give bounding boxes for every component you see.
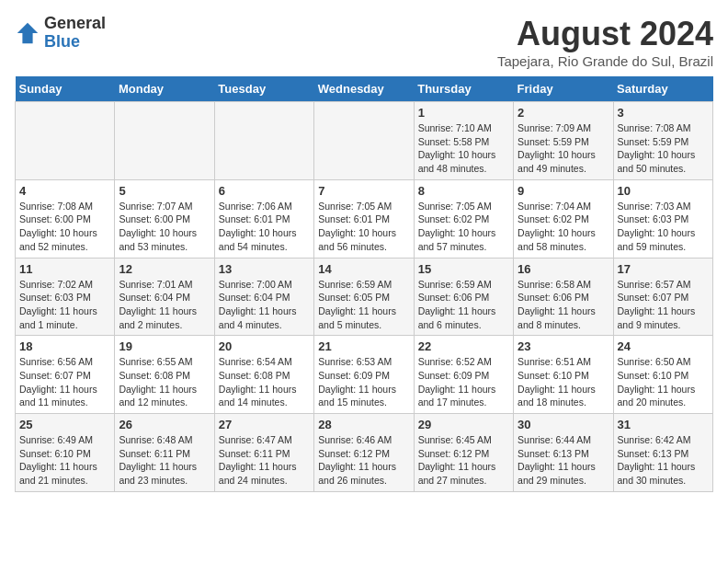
calendar-cell (214, 102, 313, 180)
day-number: 15 (418, 262, 509, 276)
day-info: Sunrise: 6:42 AM Sunset: 6:13 PM Dayligh… (618, 433, 709, 488)
day-info: Sunrise: 7:02 AM Sunset: 6:03 PM Dayligh… (19, 278, 110, 332)
day-number: 19 (119, 339, 210, 353)
calendar-cell: 30Sunrise: 6:44 AM Sunset: 6:13 PM Dayli… (514, 414, 613, 492)
day-info: Sunrise: 6:59 AM Sunset: 6:05 PM Dayligh… (318, 278, 409, 332)
day-info: Sunrise: 7:00 AM Sunset: 6:04 PM Dayligh… (219, 278, 310, 332)
day-info: Sunrise: 6:51 AM Sunset: 6:10 PM Dayligh… (518, 355, 609, 409)
day-info: Sunrise: 6:50 AM Sunset: 6:10 PM Dayligh… (618, 355, 709, 409)
calendar-cell: 28Sunrise: 6:46 AM Sunset: 6:12 PM Dayli… (314, 414, 414, 492)
day-number: 18 (19, 339, 110, 353)
calendar-cell (115, 102, 214, 180)
day-number: 23 (518, 339, 609, 353)
day-number: 7 (318, 184, 409, 198)
header-cell-wednesday: Wednesday (314, 76, 414, 102)
day-info: Sunrise: 6:58 AM Sunset: 6:06 PM Dayligh… (518, 278, 609, 332)
day-number: 5 (119, 184, 210, 198)
day-info: Sunrise: 7:07 AM Sunset: 6:00 PM Dayligh… (119, 200, 210, 254)
calendar-cell: 13Sunrise: 7:00 AM Sunset: 6:04 PM Dayli… (214, 258, 313, 336)
day-info: Sunrise: 6:47 AM Sunset: 6:11 PM Dayligh… (219, 433, 310, 488)
day-number: 4 (19, 184, 110, 198)
day-info: Sunrise: 7:09 AM Sunset: 5:59 PM Dayligh… (518, 121, 609, 176)
logo: General Blue (15, 15, 106, 52)
header-cell-monday: Monday (115, 76, 214, 102)
calendar-cell: 11Sunrise: 7:02 AM Sunset: 6:03 PM Dayli… (16, 258, 115, 336)
calendar-cell: 6Sunrise: 7:06 AM Sunset: 6:01 PM Daylig… (214, 179, 313, 258)
header-row: SundayMondayTuesdayWednesdayThursdayFrid… (16, 76, 713, 102)
day-info: Sunrise: 6:57 AM Sunset: 6:07 PM Dayligh… (618, 278, 709, 332)
calendar-cell: 17Sunrise: 6:57 AM Sunset: 6:07 PM Dayli… (613, 258, 712, 336)
day-number: 21 (318, 339, 409, 353)
header-cell-saturday: Saturday (613, 76, 712, 102)
logo-icon (15, 20, 40, 46)
calendar-cell: 25Sunrise: 6:49 AM Sunset: 6:10 PM Dayli… (16, 414, 115, 492)
calendar-cell: 23Sunrise: 6:51 AM Sunset: 6:10 PM Dayli… (514, 336, 613, 414)
day-number: 30 (518, 418, 609, 431)
svg-marker-0 (17, 23, 38, 43)
logo-general: General (44, 15, 106, 33)
calendar-cell: 8Sunrise: 7:05 AM Sunset: 6:02 PM Daylig… (414, 179, 513, 258)
week-row-5: 25Sunrise: 6:49 AM Sunset: 6:10 PM Dayli… (16, 414, 713, 492)
page-header: General Blue August 2024 Tapejara, Rio G… (15, 15, 713, 69)
day-number: 27 (219, 418, 310, 431)
calendar-cell: 5Sunrise: 7:07 AM Sunset: 6:00 PM Daylig… (115, 179, 214, 258)
day-number: 25 (19, 418, 110, 431)
day-info: Sunrise: 6:53 AM Sunset: 6:09 PM Dayligh… (318, 355, 409, 409)
day-number: 11 (19, 262, 110, 276)
logo-blue: Blue (44, 33, 106, 52)
calendar-cell: 29Sunrise: 6:45 AM Sunset: 6:12 PM Dayli… (414, 414, 513, 492)
location: Tapejara, Rio Grande do Sul, Brazil (497, 53, 713, 69)
day-info: Sunrise: 6:55 AM Sunset: 6:08 PM Dayligh… (119, 355, 210, 409)
calendar-cell: 26Sunrise: 6:48 AM Sunset: 6:11 PM Dayli… (115, 414, 214, 492)
day-number: 1 (418, 106, 509, 120)
calendar-cell: 9Sunrise: 7:04 AM Sunset: 6:02 PM Daylig… (514, 179, 613, 258)
day-info: Sunrise: 7:05 AM Sunset: 6:01 PM Dayligh… (318, 200, 409, 254)
day-info: Sunrise: 7:06 AM Sunset: 6:01 PM Dayligh… (219, 200, 310, 254)
calendar-cell: 7Sunrise: 7:05 AM Sunset: 6:01 PM Daylig… (314, 179, 414, 258)
day-info: Sunrise: 7:04 AM Sunset: 6:02 PM Dayligh… (518, 200, 609, 254)
calendar-cell: 16Sunrise: 6:58 AM Sunset: 6:06 PM Dayli… (514, 258, 613, 336)
day-info: Sunrise: 6:54 AM Sunset: 6:08 PM Dayligh… (219, 355, 310, 409)
day-number: 10 (618, 184, 709, 198)
week-row-3: 11Sunrise: 7:02 AM Sunset: 6:03 PM Dayli… (16, 258, 713, 336)
calendar-cell: 21Sunrise: 6:53 AM Sunset: 6:09 PM Dayli… (314, 336, 414, 414)
calendar-cell: 20Sunrise: 6:54 AM Sunset: 6:08 PM Dayli… (214, 336, 313, 414)
day-info: Sunrise: 6:52 AM Sunset: 6:09 PM Dayligh… (418, 355, 509, 409)
day-info: Sunrise: 7:10 AM Sunset: 5:58 PM Dayligh… (418, 121, 509, 176)
header-cell-tuesday: Tuesday (214, 76, 313, 102)
header-cell-friday: Friday (514, 76, 613, 102)
day-number: 2 (518, 106, 609, 120)
title-block: August 2024 Tapejara, Rio Grande do Sul,… (497, 15, 713, 69)
logo-text: General Blue (44, 15, 106, 52)
day-number: 28 (318, 418, 409, 431)
day-info: Sunrise: 7:05 AM Sunset: 6:02 PM Dayligh… (418, 200, 509, 254)
calendar-cell: 14Sunrise: 6:59 AM Sunset: 6:05 PM Dayli… (314, 258, 414, 336)
calendar-cell (16, 102, 115, 180)
calendar-cell: 3Sunrise: 7:08 AM Sunset: 5:59 PM Daylig… (613, 102, 712, 180)
calendar-cell: 22Sunrise: 6:52 AM Sunset: 6:09 PM Dayli… (414, 336, 513, 414)
calendar-cell: 10Sunrise: 7:03 AM Sunset: 6:03 PM Dayli… (613, 179, 712, 258)
day-info: Sunrise: 7:01 AM Sunset: 6:04 PM Dayligh… (119, 278, 210, 332)
day-info: Sunrise: 6:44 AM Sunset: 6:13 PM Dayligh… (518, 433, 609, 488)
calendar-cell: 27Sunrise: 6:47 AM Sunset: 6:11 PM Dayli… (214, 414, 313, 492)
day-info: Sunrise: 6:49 AM Sunset: 6:10 PM Dayligh… (19, 433, 110, 488)
day-number: 31 (618, 418, 709, 431)
day-number: 16 (518, 262, 609, 276)
day-number: 6 (219, 184, 310, 198)
calendar-cell: 18Sunrise: 6:56 AM Sunset: 6:07 PM Dayli… (16, 336, 115, 414)
calendar-cell (314, 102, 414, 180)
day-number: 29 (418, 418, 509, 431)
calendar-table: SundayMondayTuesdayWednesdayThursdayFrid… (15, 76, 713, 492)
day-info: Sunrise: 6:48 AM Sunset: 6:11 PM Dayligh… (119, 433, 210, 488)
week-row-2: 4Sunrise: 7:08 AM Sunset: 6:00 PM Daylig… (16, 179, 713, 258)
day-number: 14 (318, 262, 409, 276)
calendar-cell: 15Sunrise: 6:59 AM Sunset: 6:06 PM Dayli… (414, 258, 513, 336)
header-cell-thursday: Thursday (414, 76, 513, 102)
month-title: August 2024 (497, 15, 713, 53)
week-row-1: 1Sunrise: 7:10 AM Sunset: 5:58 PM Daylig… (16, 102, 713, 180)
day-number: 3 (618, 106, 709, 120)
day-number: 9 (518, 184, 609, 198)
calendar-cell: 1Sunrise: 7:10 AM Sunset: 5:58 PM Daylig… (414, 102, 513, 180)
day-number: 17 (618, 262, 709, 276)
day-info: Sunrise: 6:45 AM Sunset: 6:12 PM Dayligh… (418, 433, 509, 488)
